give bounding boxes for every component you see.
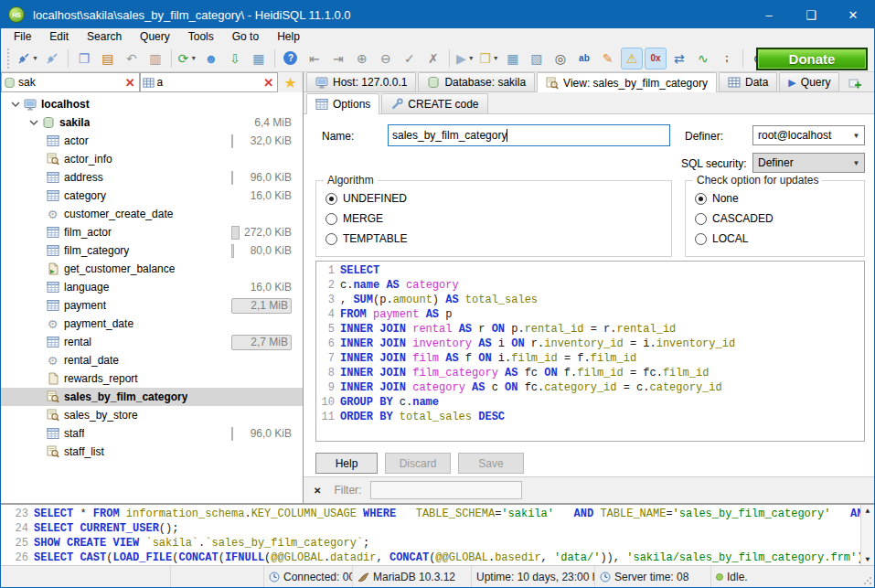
paste-icon[interactable]: ▤ bbox=[97, 48, 119, 69]
tree-item-payment[interactable]: payment2,1 MiB bbox=[1, 296, 303, 315]
code-line: 26SELECT CAST(LOAD_FILE(CONCAT(IFNULL(@@… bbox=[1, 551, 874, 565]
donate-button[interactable]: Donate bbox=[756, 48, 868, 70]
cancel-editing-icon[interactable]: ✗ bbox=[422, 48, 444, 69]
discard-button[interactable]: Discard bbox=[385, 453, 451, 474]
tab-query[interactable]: ▶Query bbox=[779, 72, 839, 91]
close-button[interactable]: ✕ bbox=[832, 1, 874, 28]
tree-item-staff[interactable]: staff96,0 KiB bbox=[1, 424, 303, 443]
last-row-icon[interactable]: ⇥ bbox=[327, 48, 349, 69]
resize-grip-icon[interactable] bbox=[863, 576, 872, 585]
tree-item-language[interactable]: language16,0 KiB bbox=[1, 278, 303, 296]
menu-item-help[interactable]: Help bbox=[268, 28, 309, 45]
delimiter-icon[interactable]: ; bbox=[716, 48, 738, 69]
print-icon[interactable]: ▥ bbox=[144, 48, 166, 69]
tree-item-customer-create-date[interactable]: ⚙customer_create_date bbox=[1, 205, 303, 223]
dropdown-arrow-icon[interactable]: ▼ bbox=[32, 55, 38, 61]
user-manager-icon[interactable]: ☻ bbox=[200, 48, 222, 69]
dropdown-arrow-icon[interactable]: ▼ bbox=[493, 55, 499, 61]
tree-item-film-actor[interactable]: film_actor272,0 KiB bbox=[1, 223, 303, 241]
scroll-up-icon[interactable]: ▲ bbox=[866, 507, 870, 515]
find-text-icon[interactable]: ◎ bbox=[550, 48, 571, 69]
first-row-icon[interactable]: ⇤ bbox=[304, 48, 325, 69]
tree-item-actor-info[interactable]: actor_info bbox=[1, 150, 303, 168]
clear-filter-icon[interactable]: ✕ bbox=[123, 76, 137, 90]
save-sql-as-icon[interactable]: ▧ bbox=[526, 48, 548, 69]
insert-row-icon[interactable]: ⊕ bbox=[351, 48, 373, 69]
chevron-down-icon[interactable] bbox=[27, 117, 40, 128]
dropdown-arrow-icon[interactable]: ▼ bbox=[468, 55, 475, 61]
delete-row-icon[interactable]: ⊖ bbox=[375, 48, 397, 69]
disconnect-icon[interactable] bbox=[41, 48, 63, 69]
tree-item-actor[interactable]: actor32,0 KiB bbox=[1, 132, 303, 150]
replace-text-icon[interactable]: ab bbox=[573, 48, 595, 69]
tab-data[interactable]: Data bbox=[719, 72, 777, 91]
save-sql-icon[interactable]: ▦ bbox=[502, 48, 524, 69]
export-database-icon[interactable]: ⇩ bbox=[224, 48, 246, 69]
save-button[interactable]: Save bbox=[458, 453, 524, 474]
maximize-button[interactable]: ❑ bbox=[790, 1, 832, 28]
scroll-down-icon[interactable]: ▼ bbox=[866, 555, 870, 563]
copy-icon[interactable]: ❐ bbox=[73, 48, 95, 69]
menu-item-query[interactable]: Query bbox=[131, 28, 179, 45]
tree-item-sales-by-store[interactable]: sales_by_store bbox=[1, 406, 303, 424]
menu-item-go-to[interactable]: Go to bbox=[223, 28, 268, 45]
check-option-radio-cascaded[interactable]: CASCADED bbox=[686, 208, 864, 229]
subtab-options[interactable]: Options bbox=[306, 93, 379, 114]
tree-item-rewards-report[interactable]: rewards_report bbox=[1, 369, 303, 388]
tab-view-sales-by-film-category[interactable]: View: sales_by_film_category bbox=[537, 72, 717, 92]
tree-item-payment-date[interactable]: ⚙payment_date bbox=[1, 315, 303, 333]
open-sql-file-icon[interactable]: ❒▼ bbox=[478, 48, 500, 69]
algorithm-radio-undefined[interactable]: UNDEFINED bbox=[316, 188, 671, 208]
bind-parameters-icon[interactable]: ⇄ bbox=[668, 48, 690, 69]
tab-database-sakila[interactable]: Database: sakila bbox=[418, 72, 535, 91]
tree-item-rental[interactable]: rental2,7 MiB bbox=[1, 333, 303, 351]
view-name-input[interactable]: sales_by_film_category bbox=[388, 124, 670, 146]
definer-combobox[interactable]: root@localhost ▼ bbox=[752, 125, 865, 145]
run-query-icon[interactable]: ▶▼ bbox=[454, 48, 476, 69]
tree-item-sales-by-film-category[interactable]: sales_by_film_category bbox=[1, 388, 303, 406]
algorithm-radio-merge[interactable]: MERGE bbox=[316, 208, 671, 229]
help-button[interactable]: Help bbox=[315, 453, 378, 474]
tree-item-address[interactable]: address96,0 KiB bbox=[1, 168, 303, 187]
close-filter-icon[interactable]: ✕ bbox=[314, 486, 321, 496]
algorithm-radio-temptable[interactable]: TEMPTABLE bbox=[316, 229, 671, 249]
undo-icon[interactable]: ↶ bbox=[121, 48, 143, 69]
menu-item-file[interactable]: File bbox=[5, 28, 40, 45]
table-filter-input[interactable]: sak ✕ bbox=[1, 72, 140, 92]
refresh-icon[interactable]: ⟳▼ bbox=[176, 48, 198, 69]
tree-item-localhost[interactable]: localhost bbox=[1, 95, 303, 113]
reformat-sql-icon[interactable]: ✎ bbox=[597, 48, 619, 69]
clear-filter-icon[interactable]: ✕ bbox=[261, 76, 275, 90]
tree-item-category[interactable]: category16,0 KiB bbox=[1, 187, 303, 205]
tree-item-get-customer-balance[interactable]: get_customer_balance bbox=[1, 260, 303, 278]
new-query-tab-icon[interactable] bbox=[845, 75, 865, 91]
favorites-filter-button[interactable]: ★ bbox=[278, 72, 303, 92]
tab-host-127-0-0-1[interactable]: Host: 127.0.0.1 bbox=[306, 72, 416, 91]
menu-item-search[interactable]: Search bbox=[78, 28, 131, 45]
session-manager-icon[interactable]: ▼ bbox=[16, 48, 39, 69]
minimize-button[interactable]: – bbox=[748, 1, 790, 28]
chevron-down-icon[interactable] bbox=[8, 99, 22, 110]
column-filter-input[interactable]: a ✕ bbox=[140, 72, 279, 92]
subtab-create-code[interactable]: CREATE code bbox=[381, 93, 487, 113]
tree-item-film-category[interactable]: film_category80,0 KiB bbox=[1, 241, 303, 260]
log-scrollbar[interactable]: ▲ ▼ bbox=[860, 505, 874, 565]
sql-source-editor[interactable]: 1SELECT2c.name AS category3, SUM(p.amoun… bbox=[315, 261, 865, 442]
dropdown-arrow-icon[interactable]: ▼ bbox=[190, 55, 197, 61]
filter-input[interactable] bbox=[370, 481, 522, 499]
tree-item-sakila[interactable]: sakila6,4 MiB bbox=[1, 113, 303, 132]
post-changes-icon[interactable]: ✓ bbox=[399, 48, 421, 69]
binary-as-hex-icon[interactable]: 0x bbox=[645, 48, 667, 69]
save-to-db-icon[interactable]: ▦ bbox=[248, 48, 270, 69]
sql-security-combobox[interactable]: Definer ▼ bbox=[752, 153, 865, 173]
menu-item-edit[interactable]: Edit bbox=[40, 28, 78, 45]
reconnect-icon[interactable]: ∿ bbox=[692, 48, 714, 69]
code-token: * bbox=[73, 507, 93, 521]
check-option-radio-local[interactable]: LOCAL bbox=[686, 229, 864, 249]
help-icon[interactable]: ? bbox=[280, 48, 302, 69]
tree-item-rental-date[interactable]: ⚙rental_date bbox=[1, 351, 303, 369]
menu-item-tools[interactable]: Tools bbox=[179, 28, 223, 45]
tree-item-staff-list[interactable]: staff_list bbox=[1, 443, 303, 461]
blob-as-text-icon[interactable]: ⚠ bbox=[621, 48, 643, 69]
check-option-radio-none[interactable]: None bbox=[686, 188, 864, 208]
